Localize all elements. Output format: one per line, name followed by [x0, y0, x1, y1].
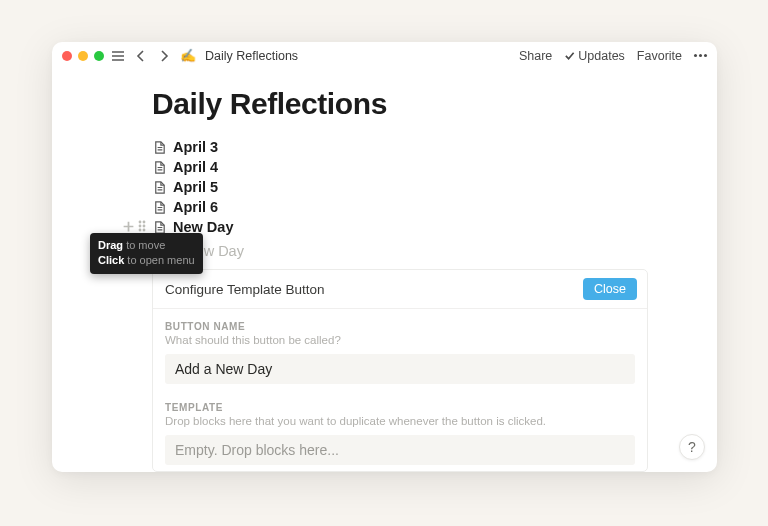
share-button[interactable]: Share	[519, 49, 552, 63]
tooltip-line: Drag to move	[98, 238, 195, 253]
list-item[interactable]: April 4	[152, 159, 652, 175]
updates-label: Updates	[578, 49, 625, 63]
tooltip-strong: Click	[98, 254, 124, 266]
template-button-row[interactable]: a New Day	[152, 243, 652, 259]
page-icon	[152, 140, 167, 155]
page-body: Daily Reflections April 3	[52, 69, 717, 472]
tooltip-faded-text: to move	[126, 239, 165, 251]
page-icon	[152, 180, 167, 195]
more-menu-button[interactable]	[694, 54, 707, 57]
button-name-desc: What should this button be called?	[165, 334, 635, 346]
list-item-label: April 4	[173, 159, 218, 175]
app-window: ✍️ Daily Reflections Share Updates Favor…	[52, 42, 717, 472]
tooltip-line: Click to open menu	[98, 253, 195, 268]
close-button[interactable]: Close	[583, 278, 637, 300]
configure-panel-header: Configure Template Button Close	[153, 270, 647, 309]
svg-point-22	[143, 229, 146, 232]
template-label: TEMPLATE	[165, 402, 635, 413]
svg-point-19	[139, 225, 142, 228]
svg-point-20	[143, 225, 146, 228]
sidebar-toggle-icon[interactable]	[111, 49, 125, 63]
list-item[interactable]: April 5	[152, 179, 652, 195]
check-icon	[564, 50, 575, 61]
configure-template-panel: Configure Template Button Close BUTTON N…	[152, 269, 648, 472]
template-dropzone[interactable]: Empty. Drop blocks here...	[165, 435, 635, 465]
titlebar-actions: Share Updates Favorite	[519, 49, 707, 63]
template-section: TEMPLATE Drop blocks here that you want …	[153, 390, 647, 471]
page-title[interactable]: Daily Reflections	[152, 87, 652, 121]
button-name-input[interactable]: Add a New Day	[165, 354, 635, 384]
configure-panel-title: Configure Template Button	[165, 282, 325, 297]
window-controls	[62, 51, 104, 61]
svg-point-21	[139, 229, 142, 232]
zoom-window-button[interactable]	[94, 51, 104, 61]
page-icon	[152, 200, 167, 215]
drag-handle-icon[interactable]	[136, 219, 148, 233]
button-name-section: BUTTON NAME What should this button be c…	[153, 309, 647, 390]
favorite-button[interactable]: Favorite	[637, 49, 682, 63]
entries-list: April 3 April 4 Ap	[152, 139, 652, 259]
list-item-label: April 6	[173, 199, 218, 215]
svg-point-18	[143, 221, 146, 224]
list-item[interactable]: New Day	[152, 219, 652, 235]
updates-button[interactable]: Updates	[564, 49, 625, 63]
close-window-button[interactable]	[62, 51, 72, 61]
tooltip-faded-text: to open menu	[127, 254, 194, 266]
page-emoji[interactable]: ✍️	[180, 48, 196, 63]
titlebar: ✍️ Daily Reflections Share Updates Favor…	[52, 42, 717, 69]
drag-handle-tooltip: Drag to move Click to open menu	[90, 233, 203, 274]
page-icon	[152, 160, 167, 175]
button-name-label: BUTTON NAME	[165, 321, 635, 332]
minimize-window-button[interactable]	[78, 51, 88, 61]
tooltip-strong: Drag	[98, 239, 123, 251]
help-button[interactable]: ?	[679, 434, 705, 460]
list-item-label: April 3	[173, 139, 218, 155]
svg-point-17	[139, 221, 142, 224]
list-item[interactable]: April 3	[152, 139, 652, 155]
list-item-label: April 5	[173, 179, 218, 195]
template-desc: Drop blocks here that you want to duplic…	[165, 415, 635, 427]
block-handles	[122, 219, 148, 233]
add-block-button[interactable]	[122, 220, 135, 233]
forward-icon[interactable]	[157, 49, 171, 63]
back-icon[interactable]	[134, 49, 148, 63]
list-item[interactable]: April 6	[152, 199, 652, 215]
breadcrumb-title[interactable]: Daily Reflections	[205, 49, 298, 63]
